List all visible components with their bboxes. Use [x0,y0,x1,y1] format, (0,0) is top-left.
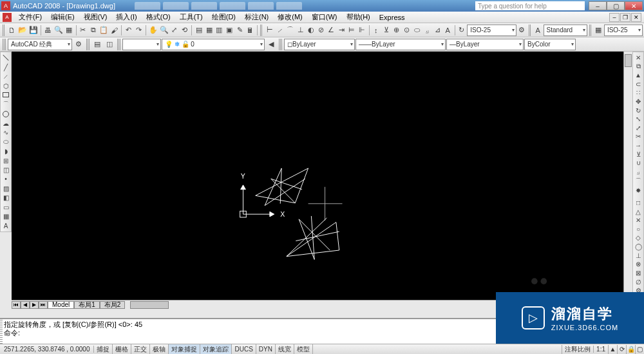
zoom-prev-button[interactable]: ⟲ [180,25,189,36]
nearest-osnap[interactable]: ⊠ [633,269,643,277]
dim-radius-button[interactable]: ◐ [306,25,316,36]
node-osnap[interactable]: ⊗ [633,260,643,268]
stretch-tool[interactable]: ⤢ [633,124,643,132]
layer-combo[interactable]: 💡 ❄ 🔓 0 [162,39,265,50]
doc-minimize-button[interactable]: – [609,13,620,22]
toolbar-grip[interactable] [86,39,90,50]
menu-draw[interactable]: 绘图(D) [208,12,240,22]
print-button[interactable]: 🖶 [43,25,53,36]
region-tool[interactable]: ▭ [1,203,11,211]
grid-toggle[interactable]: 栅格 [113,344,131,354]
ducs-toggle[interactable]: DUCS [232,344,256,354]
drawing-area[interactable]: X Y [12,52,632,309]
offset-tool[interactable]: ⊂ [633,80,643,88]
copy-tool[interactable]: ⧉ [633,63,643,71]
ellipsearc-tool[interactable]: ◗ [1,147,11,155]
table-tool[interactable]: ▦ [1,212,11,221]
dim-space-button[interactable]: ↕ [371,25,381,36]
circle-tool[interactable] [1,110,11,118]
mirror-tool[interactable]: ▲ [633,71,643,79]
endpoint-osnap[interactable]: □ [633,199,643,207]
sheetset-button[interactable]: ▣ [225,25,234,36]
annotation-scale-value[interactable]: 1:1 [593,346,608,353]
line-tool[interactable] [1,54,11,62]
lineweight-combo[interactable]: — ByLayer [446,39,524,50]
close-button[interactable]: ✕ [625,1,643,10]
hatch-tool[interactable]: ▨ [1,184,11,193]
matchprop-button[interactable]: 🖌 [109,25,119,36]
menu-express[interactable]: Express [375,14,409,21]
join-tool[interactable]: ∪ [633,159,643,168]
otrack-toggle[interactable]: 对象追踪 [200,344,232,354]
properties-button[interactable]: ▤ [194,25,204,36]
vertical-scrollbar[interactable] [623,52,632,300]
layer-states-button[interactable]: ◫ [104,39,115,50]
layer-manager-button[interactable]: ▤ [91,39,103,50]
clean-screen-icon[interactable]: ▢ [635,345,644,354]
trim-tool[interactable]: ✂ [633,133,643,141]
layer-prev-button[interactable]: ◀ [265,39,277,50]
dimedit-button[interactable]: ⊿ [433,25,442,36]
open-button[interactable]: 📂 [17,25,28,36]
dim-continue-button[interactable]: ⊩ [357,25,367,36]
dyn-toggle[interactable]: DYN [256,344,276,354]
undo-button[interactable]: ↶ [124,25,133,36]
toolbar-grip[interactable] [3,39,6,50]
modelspace-toggle[interactable]: 模型 [294,344,313,354]
paste-button[interactable]: 📋 [99,25,109,36]
quadrant-osnap[interactable]: ◇ [633,234,643,242]
layout2-tab[interactable]: 布局2 [100,301,126,309]
revcloud-tool[interactable]: ☁ [1,119,11,128]
anno-visibility-icon[interactable]: ▲ [608,345,617,354]
dim-linear-button[interactable]: ⊢ [265,25,274,36]
viewport[interactable]: X Y [12,52,623,300]
preview-button[interactable]: 🔍 [53,25,64,36]
dimstyle-update-button[interactable]: ↻ [457,25,466,36]
center-osnap[interactable]: ○ [633,225,643,233]
mtext-tool[interactable]: A [1,221,11,230]
perpendicular-osnap[interactable]: ⊥ [633,251,643,260]
menu-edit[interactable]: 编辑(E) [47,12,79,22]
break-tool[interactable]: ⊻ [633,150,643,159]
calc-button[interactable]: 🖩 [245,25,255,36]
dimstyle-button[interactable]: ⚙ [517,25,527,36]
dim-break-button[interactable]: ⊻ [381,25,391,36]
layer-filter-combo[interactable] [122,39,161,50]
menu-insert[interactable]: 插入(I) [112,12,140,22]
save-button[interactable]: 💾 [28,25,39,36]
menu-window[interactable]: 窗口(W) [308,12,341,22]
menu-file[interactable]: 文件(F) [15,12,46,22]
anno-autoscale-icon[interactable]: ⟳ [617,345,626,354]
dim-arc-button[interactable]: ⌒ [285,25,295,36]
dim-angular-button[interactable]: ∠ [327,25,336,36]
model-tab[interactable]: Model [48,301,74,309]
spline-tool[interactable]: ∿ [1,128,11,137]
coordinate-display[interactable]: 2571.2265, 330.8746 , 0.0000 [0,346,94,353]
toolpalette-button[interactable]: ▥ [214,25,224,36]
copy-button[interactable]: ⧉ [88,25,98,36]
tangent-osnap[interactable]: ◯ [633,242,643,251]
ortho-toggle[interactable]: 正交 [131,344,150,354]
toolbar-grip[interactable] [260,25,263,36]
menu-dimension[interactable]: 标注(N) [241,12,272,22]
rotate-tool[interactable]: ↻ [633,106,643,115]
tab-scroll-next[interactable]: ▶ [30,301,39,309]
menu-tools[interactable]: 工具(T) [176,12,207,22]
osnap-toggle[interactable]: 对象捕捉 [169,344,200,354]
midpoint-osnap[interactable]: △ [633,208,643,216]
scale-tool[interactable]: ⤡ [633,115,643,123]
toolbar-grip[interactable] [589,25,592,36]
maximize-button[interactable]: ▢ [607,1,625,10]
designcenter-button[interactable]: ▦ [204,25,214,36]
color-combo[interactable]: ◻ ByLayer [284,39,355,50]
array-tool[interactable]: ∷ [633,89,643,97]
polyline-tool[interactable]: ⟋ [1,72,11,81]
xline-tool[interactable]: ╱ [1,63,11,71]
centermark-button[interactable]: ⊙ [402,25,412,36]
linetype-combo[interactable]: —— ByLayer [355,39,446,50]
cut-button[interactable]: ✂ [78,25,88,36]
ellipse-tool[interactable]: ⬭ [1,138,11,146]
minimize-button[interactable]: – [589,1,607,10]
command-grip[interactable] [0,319,3,344]
workspace-settings-button[interactable]: ⚙ [73,39,84,50]
